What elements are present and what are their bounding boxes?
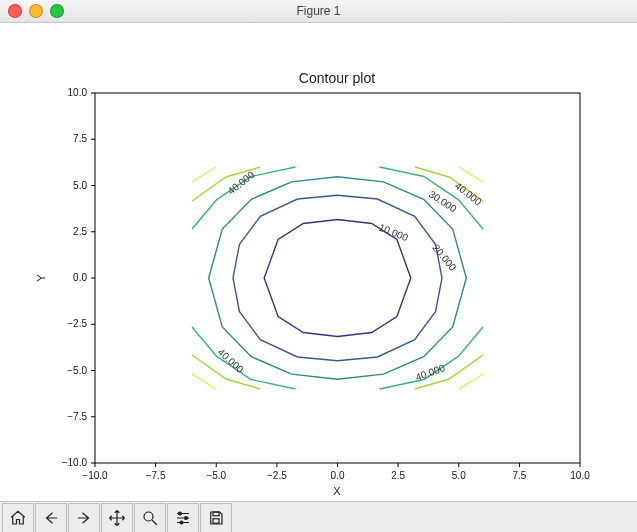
svg-text:5.0: 5.0: [452, 470, 466, 481]
contour-level-60-tl: [192, 167, 216, 182]
contour-level-60-br: [459, 374, 483, 389]
move-icon: [108, 509, 126, 527]
svg-text:−10.0: −10.0: [82, 470, 108, 481]
contour-level-40-bl: [192, 327, 296, 389]
window-close-button[interactable]: [8, 4, 22, 18]
svg-point-46: [180, 521, 183, 524]
plot-svg: Contour plot −10.0 −7.5 −5.0 −2.5 0.0 2.…: [0, 23, 637, 501]
svg-rect-47: [213, 512, 219, 516]
arrow-right-icon: [75, 509, 93, 527]
zoom-button[interactable]: [134, 503, 166, 532]
save-icon: [207, 509, 225, 527]
arrow-left-icon: [42, 509, 60, 527]
svg-rect-48: [213, 519, 219, 524]
contour-labels: 10.000 20.000 30.000 40.000 40.000 40.00…: [216, 169, 484, 383]
figure-canvas: Contour plot −10.0 −7.5 −5.0 −2.5 0.0 2.…: [0, 23, 637, 501]
y-axis-label: Y: [35, 274, 47, 282]
svg-text:0.0: 0.0: [331, 470, 345, 481]
home-button[interactable]: [2, 503, 34, 532]
svg-text:40.000: 40.000: [216, 346, 246, 375]
svg-point-45: [185, 517, 188, 520]
svg-text:10.0: 10.0: [570, 470, 590, 481]
contour-level-60-tr: [459, 167, 483, 182]
contour-level-30: [209, 177, 467, 380]
contour-level-10: [264, 220, 411, 337]
svg-text:2.5: 2.5: [73, 226, 87, 237]
svg-text:30.000: 30.000: [427, 188, 459, 214]
svg-text:−2.5: −2.5: [267, 470, 287, 481]
window-zoom-button[interactable]: [50, 4, 64, 18]
window-title: Figure 1: [296, 4, 340, 18]
window-minimize-button[interactable]: [29, 4, 43, 18]
magnifier-icon: [141, 509, 159, 527]
svg-text:−7.5: −7.5: [67, 411, 87, 422]
svg-text:7.5: 7.5: [512, 470, 526, 481]
svg-text:10.000: 10.000: [377, 222, 410, 244]
back-button[interactable]: [35, 503, 67, 532]
axes-frame: [95, 93, 580, 463]
svg-text:2.5: 2.5: [391, 470, 405, 481]
window-titlebar: Figure 1: [0, 0, 637, 23]
contour-level-60-bl: [192, 374, 216, 389]
svg-point-44: [179, 512, 182, 515]
svg-text:−7.5: −7.5: [146, 470, 166, 481]
chart-title: Contour plot: [299, 70, 375, 86]
sliders-icon: [174, 509, 192, 527]
svg-point-43: [144, 512, 153, 521]
x-axis-ticks: −10.0 −7.5 −5.0 −2.5 0.0 2.5 5.0 7.5 10.…: [82, 463, 590, 481]
forward-button[interactable]: [68, 503, 100, 532]
svg-text:20.000: 20.000: [430, 242, 458, 273]
x-axis-label: X: [333, 485, 341, 497]
svg-text:0.0: 0.0: [73, 272, 87, 283]
matplotlib-toolbar: [0, 501, 637, 532]
y-axis-ticks: −10.0 −7.5 −5.0 −2.5 0.0 2.5 5.0 7.5 10.…: [62, 87, 95, 468]
svg-text:−5.0: −5.0: [67, 365, 87, 376]
configure-subplots-button[interactable]: [167, 503, 199, 532]
svg-text:7.5: 7.5: [73, 133, 87, 144]
svg-text:−10.0: −10.0: [62, 457, 88, 468]
svg-text:−5.0: −5.0: [206, 470, 226, 481]
pan-button[interactable]: [101, 503, 133, 532]
svg-text:−2.5: −2.5: [67, 318, 87, 329]
svg-text:10.0: 10.0: [68, 87, 88, 98]
svg-text:40.000: 40.000: [414, 362, 447, 383]
home-icon: [9, 509, 27, 527]
contour-level-40-br: [380, 327, 484, 389]
svg-text:5.0: 5.0: [73, 180, 87, 191]
save-button[interactable]: [200, 503, 232, 532]
